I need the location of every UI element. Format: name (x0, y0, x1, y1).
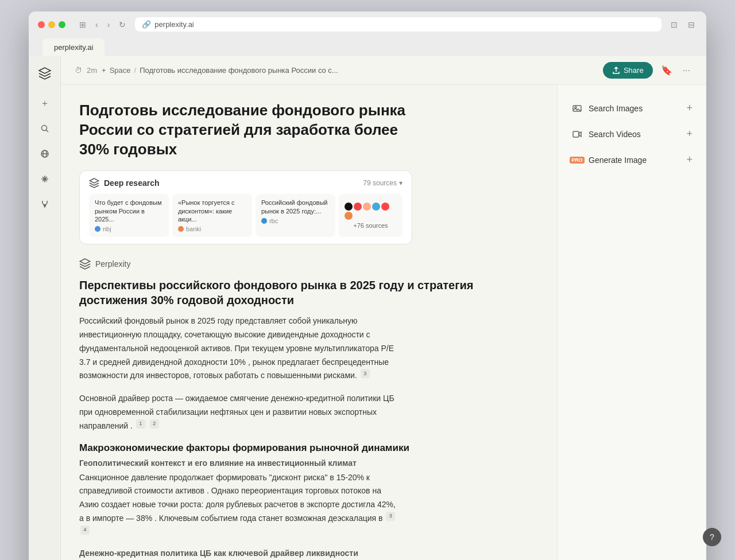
back-btn[interactable]: ‹ (93, 19, 100, 30)
url-text: perplexity.ai (154, 20, 194, 29)
left-sidebar: ＋ (29, 56, 61, 560)
refresh-btn[interactable]: ↻ (117, 19, 128, 30)
breadcrumb: + Space / Подготовь исследование фондово… (102, 66, 338, 75)
ref-4[interactable]: 4 (80, 526, 90, 535)
source-2-dot (178, 226, 184, 232)
browser-actions: ⊡ ⊟ (668, 19, 697, 30)
search-videos-plus[interactable]: + (686, 128, 693, 140)
paragraph-2: Основной драйвер роста — ожидаемое смягч… (79, 392, 401, 433)
more-icons (345, 203, 397, 220)
sparkle-btn[interactable] (34, 169, 55, 189)
sources-grid: Что будет с фондовым рынком России в 202… (89, 194, 403, 237)
section-heading-1: Перспективы российского фондового рынка … (79, 278, 539, 308)
search-videos-label: Search Videos (589, 130, 641, 139)
address-bar[interactable]: 🔗 perplexity.ai (135, 17, 662, 32)
source-3-title: Российский фондовый рынок в 2025 году:..… (261, 199, 330, 215)
share-button[interactable]: Share (603, 62, 653, 79)
section-heading-3: Геополитический контекст и его влияние н… (79, 458, 539, 468)
timer-value: 2m (87, 66, 97, 75)
browser-navigation: ⊞ ‹ › ↻ (77, 19, 128, 30)
svg-line-1 (46, 130, 48, 133)
breadcrumb-current: Подготовь исследование фондового рынка Р… (140, 66, 338, 75)
source-1-title: Что будет с фондовым рынком России в 202… (95, 199, 163, 223)
forward-btn[interactable]: › (105, 19, 113, 30)
sources-count: 79 sources (363, 179, 397, 187)
source-2-title: «Рынок торгуется с дисконтом»: какие акц… (178, 199, 246, 223)
close-dot[interactable] (38, 21, 45, 28)
source-item-1[interactable]: Что будет с фондовым рынком России в 202… (89, 194, 169, 237)
section-heading-2: Макроэкономические факторы формирования … (79, 442, 539, 454)
tab-title: perplexity.ai (54, 43, 93, 52)
active-tab[interactable]: perplexity.ai (42, 38, 105, 56)
source-item-3[interactable]: Российский фондовый рынок в 2025 году:..… (256, 194, 335, 237)
source-2-domain: banki (178, 225, 246, 232)
deep-research-text: Deep research (104, 178, 160, 188)
video-icon (571, 129, 583, 140)
main-content: ⏱ 2m + Space / Подготовь исследование фо… (61, 56, 706, 560)
minimize-dot[interactable] (48, 21, 55, 28)
search-videos-item[interactable]: Search Videos + (567, 122, 697, 146)
ref-2[interactable]: 2 (150, 419, 159, 429)
search-images-plus[interactable]: + (686, 102, 693, 114)
breadcrumb-sep-1: + (102, 66, 106, 75)
source-3-domain: rbc (261, 217, 330, 224)
antenna-btn[interactable] (34, 194, 55, 215)
sources-badge[interactable]: 79 sources ▾ (363, 179, 403, 187)
browser-action-1[interactable]: ⊡ (668, 19, 680, 30)
top-bar: ⏱ 2m + Space / Подготовь исследование фо… (61, 56, 706, 85)
perplexity-label: Perplexity (95, 259, 130, 269)
perplexity-icon (79, 258, 91, 270)
window-controls (38, 21, 65, 28)
maximize-dot[interactable] (59, 21, 65, 28)
section-heading-4: Денежно-кредитная политика ЦБ как ключев… (79, 549, 539, 558)
source-item-2[interactable]: «Рынок торгуется с дисконтом»: какие акц… (172, 194, 252, 237)
more-sources-label: +76 sources (353, 222, 388, 229)
lock-icon: 🔗 (142, 20, 151, 29)
sources-more[interactable]: +76 sources (339, 194, 403, 237)
timer-icon: ⏱ (75, 66, 82, 75)
breadcrumb-divider: / (134, 66, 137, 75)
more-btn[interactable]: ··· (680, 63, 693, 78)
globe-btn[interactable] (34, 143, 55, 164)
perplexity-header: Perplexity (79, 258, 539, 270)
pro-icon: PRO (571, 154, 583, 166)
breadcrumb-space[interactable]: Space (110, 66, 131, 75)
app-layout: ＋ (29, 56, 706, 560)
image-icon (571, 103, 583, 114)
share-label: Share (624, 66, 644, 75)
svg-point-0 (41, 126, 47, 131)
search-btn[interactable] (34, 118, 55, 139)
ref-3b[interactable]: 3 (386, 512, 395, 521)
article-section: Подготовь исследование фондового рынка Р… (61, 85, 557, 560)
search-images-label: Search Images (589, 104, 643, 113)
source-1-domain: nbj (95, 225, 163, 232)
ref-3[interactable]: 3 (361, 369, 370, 378)
paragraph-1: Российский фондовый рынок в 2025 году пр… (79, 314, 401, 383)
sources-chevron: ▾ (399, 179, 403, 187)
source-3-dot (261, 218, 267, 224)
browser-chrome: ⊞ ‹ › ↻ 🔗 perplexity.ai ⊡ ⊟ perplexity.a… (29, 11, 706, 56)
top-bar-actions: Share 🔖 ··· (603, 62, 693, 79)
generate-image-plus[interactable]: + (686, 154, 693, 166)
content-area: Подготовь исследование фондового рынка Р… (61, 85, 706, 560)
browser-action-2[interactable]: ⊟ (686, 19, 697, 30)
svg-point-6 (44, 205, 45, 207)
deep-research-card: Deep research 79 sources ▾ Что будет с ф… (79, 170, 412, 244)
right-sidebar: Search Images + Search (557, 85, 706, 560)
paragraph-3: Санкционное давление продолжает формиров… (79, 471, 401, 539)
search-images-item[interactable]: Search Images + (567, 96, 697, 120)
help-button[interactable]: ? (703, 528, 721, 546)
ref-1[interactable]: 1 (136, 419, 145, 429)
logo[interactable] (34, 63, 55, 84)
bookmark-btn[interactable]: 🔖 (659, 63, 675, 78)
svg-rect-9 (573, 131, 579, 137)
article-title: Подготовь исследование фондового рынка Р… (79, 101, 412, 159)
source-1-dot (95, 226, 100, 232)
generate-image-label: Generate Image (589, 155, 647, 165)
new-chat-btn[interactable]: ＋ (34, 93, 55, 114)
generate-image-item[interactable]: PRO Generate Image + (567, 148, 697, 172)
sidebar-toggle-btn[interactable]: ⊞ (77, 19, 88, 30)
deep-research-label: Deep research (89, 178, 160, 188)
